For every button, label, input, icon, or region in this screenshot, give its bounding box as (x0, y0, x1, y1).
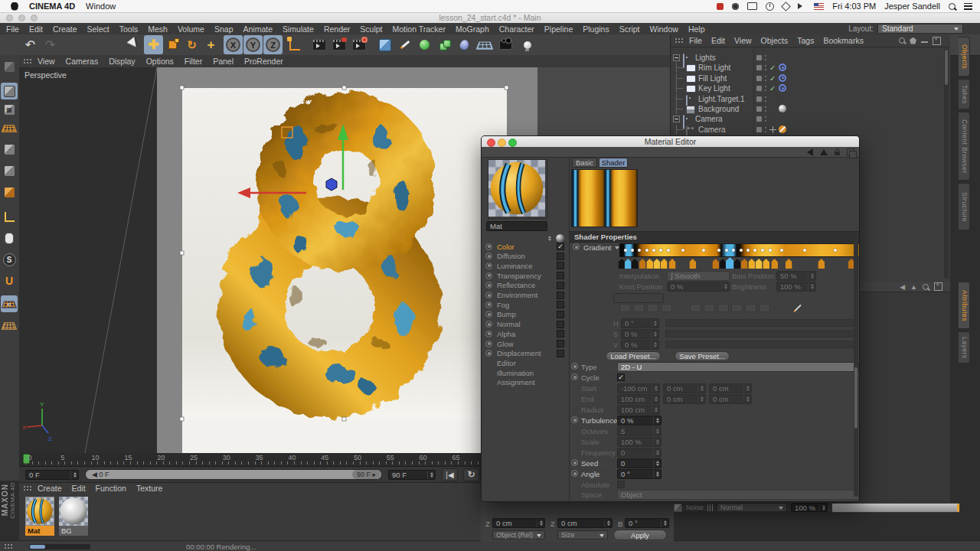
stepper-icon[interactable] (70, 471, 78, 479)
menu-item-texture[interactable]: Texture (136, 484, 162, 493)
object-row-camera[interactable]: Camera (671, 125, 950, 135)
start-z-field[interactable]: 0 cm (709, 383, 752, 393)
side-tab-takes[interactable]: Takes (959, 79, 970, 109)
new-panel-icon[interactable] (933, 37, 941, 45)
menu-item-objects[interactable]: Objects (761, 36, 789, 45)
render-picture-viewer-button[interactable] (329, 35, 348, 54)
notification-center-icon[interactable] (964, 3, 972, 10)
double-knots-icon[interactable] (633, 304, 645, 312)
channel-checkbox[interactable] (557, 311, 564, 318)
bias-handle-11[interactable] (732, 249, 735, 252)
visibility-dots[interactable] (765, 76, 766, 77)
bias-handle-16[interactable] (769, 249, 772, 252)
scrollbar[interactable] (944, 48, 949, 279)
material-name-field[interactable]: Mat (486, 221, 547, 231)
channel-row-bump[interactable]: Bump (482, 310, 569, 319)
x-axis-lock-button[interactable]: X (224, 35, 243, 54)
search-icon[interactable] (923, 284, 929, 290)
channel-checkbox[interactable]: ✓ (557, 243, 564, 250)
tool-icon[interactable] (731, 304, 743, 312)
menu-item-mograph[interactable]: MoGraph (456, 24, 489, 34)
bias-handle-3[interactable] (645, 249, 648, 252)
panel-grip[interactable] (4, 543, 13, 550)
gradient-knot-2[interactable] (632, 259, 639, 269)
edit-pen-icon[interactable] (793, 305, 802, 313)
screen-record-icon[interactable] (717, 3, 724, 10)
coord-mode-dropdown[interactable]: Object (Rel) (492, 530, 545, 540)
flip-gradient-icon[interactable] (619, 304, 631, 312)
animate-dot-icon[interactable] (571, 363, 578, 370)
space-dropdown[interactable]: Object (617, 490, 859, 500)
menu-item-animate[interactable]: Animate (243, 24, 273, 34)
load-preset-button[interactable]: Load Preset... (606, 351, 661, 361)
turbulence-field[interactable]: 0 % (617, 416, 662, 425)
object-label[interactable]: Key Light (698, 83, 730, 93)
deformer-button[interactable] (455, 35, 474, 54)
object-row-fill-light[interactable]: Fill Light✓ (671, 73, 950, 83)
current-frame-field[interactable]: 0 F (25, 470, 79, 480)
object-row-lights[interactable]: Lights (671, 53, 950, 63)
spotlight-icon[interactable] (949, 3, 956, 10)
saturation-slider[interactable] (665, 330, 858, 337)
menu-item-panel[interactable]: Panel (213, 57, 234, 66)
panel-grip[interactable] (675, 37, 684, 44)
tab-basic[interactable]: Basic (572, 158, 597, 168)
value-slider[interactable] (665, 341, 858, 348)
horizontal-slider[interactable] (831, 503, 960, 513)
render-settings-button[interactable] (349, 35, 368, 54)
visibility-dots[interactable] (765, 106, 766, 108)
channel-label[interactable]: Illumination (497, 369, 534, 377)
menu-item-filter[interactable]: Filter (185, 57, 202, 66)
make-editable-button[interactable] (1, 58, 18, 75)
visibility-dots[interactable] (765, 96, 766, 98)
enabled-check-icon[interactable]: ✓ (769, 83, 776, 93)
menu-item-edit[interactable]: Edit (29, 24, 43, 34)
up-icon[interactable] (820, 145, 828, 155)
object-row-rim-light[interactable]: Rim Light✓ (671, 63, 950, 73)
apple-icon[interactable] (11, 2, 18, 11)
live-selection-button[interactable] (125, 35, 144, 54)
save-preset-button[interactable]: Save Preset... (675, 351, 730, 361)
channel-row-color[interactable]: Color✓ (482, 242, 569, 251)
texture-mode-button[interactable]: ▦ (1, 101, 18, 118)
bias-handle-5[interactable] (659, 249, 662, 252)
undo-button[interactable]: ↶ (21, 35, 40, 54)
menu-item-simulate[interactable]: Simulate (283, 24, 314, 34)
channel-label[interactable]: Alpha (497, 330, 515, 338)
menu-item-display[interactable]: Display (109, 57, 135, 66)
search-icon[interactable] (899, 37, 905, 44)
channel-label[interactable]: Diffusion (497, 252, 525, 260)
move-tool-button[interactable]: ✚ (144, 35, 163, 54)
back-icon[interactable]: ◀ (900, 283, 905, 291)
polygons-mode-button[interactable] (1, 184, 18, 201)
preview-shape-icon[interactable] (556, 234, 564, 243)
type-dropdown[interactable]: 2D - U (617, 362, 859, 372)
channel-row-illumination[interactable]: Illumination (482, 368, 569, 377)
object-row-background[interactable]: Background (671, 104, 950, 114)
channel-label[interactable]: Color (497, 243, 514, 251)
end-x-field[interactable]: 100 cm (617, 394, 660, 404)
stepper-icon[interactable] (427, 471, 435, 479)
channel-row-editor[interactable]: Editor (482, 358, 569, 367)
animate-dot-icon[interactable] (571, 459, 578, 466)
channel-checkbox[interactable] (557, 321, 564, 328)
camera-button[interactable] (496, 35, 515, 54)
menu-item-sculpt[interactable]: Sculpt (360, 24, 382, 34)
gradient-knot-17[interactable] (771, 259, 778, 269)
home-icon[interactable] (910, 37, 916, 44)
collapse-icon[interactable] (921, 41, 928, 43)
absolute-checkbox[interactable] (617, 481, 625, 488)
lock-icon[interactable] (835, 152, 840, 155)
menu-item-function[interactable]: Function (96, 484, 126, 493)
layer-toggle[interactable] (756, 76, 762, 81)
volume-icon[interactable] (798, 3, 805, 9)
macos-menu-window[interactable]: Window (86, 2, 116, 11)
channel-row-reflectance[interactable]: Reflectance (482, 281, 569, 290)
channel-row-alpha[interactable]: Alpha (482, 329, 569, 338)
rotate-tool-button[interactable]: ↻ (182, 35, 201, 54)
saturation-field[interactable]: 0 % (621, 329, 659, 339)
focus-crosshair-icon[interactable] (769, 126, 776, 133)
bias-handle-4[interactable] (652, 249, 655, 252)
menu-item-volume[interactable]: Volume (178, 24, 204, 34)
expander-icon[interactable] (673, 116, 680, 122)
